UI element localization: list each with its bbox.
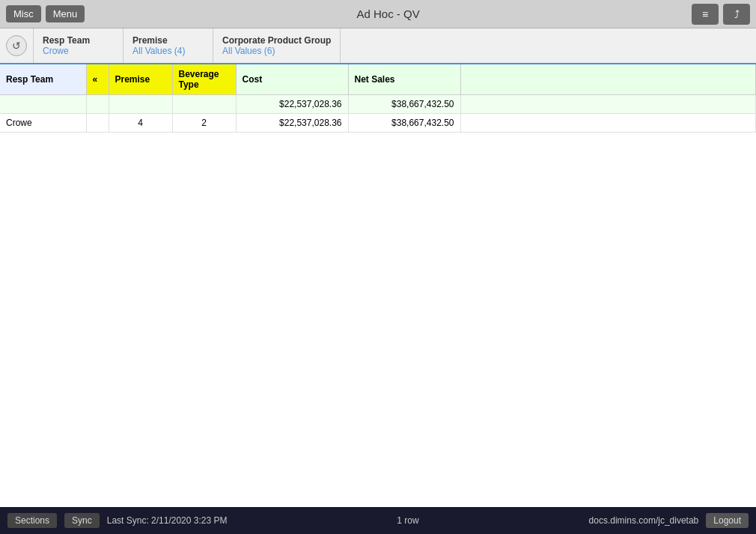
filter-corp-value: All Values (6) — [222, 46, 331, 56]
col-header-net-sales: Net Sales — [348, 64, 460, 95]
filter-premise-value: All Values (4) — [132, 46, 204, 56]
page-title: Ad Hoc - QV — [85, 7, 692, 20]
footer-url: docs.dimins.com/jc_divetab — [589, 515, 699, 526]
refresh-button[interactable]: ↺ — [6, 35, 27, 56]
bottom-bar: Sections Sync Last Sync: 2/11/2020 3:23 … — [0, 507, 756, 534]
filter-resp-team-label: Resp Team — [43, 35, 114, 46]
data-table: Resp Team « Premise Beverage Type Cost N… — [0, 64, 756, 133]
main-content: Resp Team « Premise Beverage Type Cost N… — [0, 64, 756, 507]
summary-resp-team — [0, 95, 86, 114]
filter-refresh: ↺ — [0, 28, 34, 63]
share-button[interactable]: ⤴ — [723, 4, 750, 25]
summary-chevron — [86, 95, 109, 114]
cell-chevron-0 — [86, 114, 109, 133]
menu-button[interactable]: Menu — [46, 5, 85, 22]
hamburger-icon: ≡ — [702, 8, 708, 20]
row-count: 1 row — [235, 515, 582, 526]
summary-empty — [460, 95, 756, 114]
summary-premise — [109, 95, 172, 114]
cell-empty-0 — [460, 114, 756, 133]
col-header-resp-team: Resp Team — [0, 64, 86, 95]
sync-button[interactable]: Sync — [64, 513, 100, 528]
summary-net-sales: $38,667,432.50 — [348, 95, 460, 114]
top-bar-right: ≡ ⤴ — [692, 4, 750, 25]
filter-premise[interactable]: Premise All Values (4) — [124, 28, 213, 63]
cell-beverage-0: 2 — [172, 114, 236, 133]
misc-button[interactable]: Misc — [6, 5, 41, 22]
cell-resp-team-0: Crowe — [0, 114, 86, 133]
summary-cost: $22,537,028.36 — [236, 95, 348, 114]
filter-resp-team[interactable]: Resp Team Crowe — [34, 28, 124, 63]
filter-bar: ↺ Resp Team Crowe Premise All Values (4)… — [0, 28, 756, 64]
filter-premise-label: Premise — [132, 35, 204, 46]
sections-button[interactable]: Sections — [7, 513, 57, 528]
last-sync-label: Last Sync: 2/11/2020 3:23 PM — [107, 515, 228, 526]
cell-net-sales-0: $38,667,432.50 — [348, 114, 460, 133]
summary-beverage — [172, 95, 236, 114]
summary-row: $22,537,028.36 $38,667,432.50 — [0, 95, 756, 114]
col-header-chevron[interactable]: « — [86, 64, 109, 95]
filter-corp-label: Corporate Product Group — [222, 35, 331, 46]
top-bar-left: Misc Menu — [6, 5, 85, 22]
share-icon: ⤴ — [734, 8, 740, 20]
logout-button[interactable]: Logout — [706, 513, 749, 528]
col-header-beverage-type: Beverage Type — [172, 64, 236, 95]
cell-premise-0: 4 — [109, 114, 172, 133]
col-header-empty — [460, 64, 756, 95]
filter-corp-product-group[interactable]: Corporate Product Group All Values (6) — [213, 28, 341, 63]
filter-resp-team-value: Crowe — [43, 46, 114, 56]
hamburger-button[interactable]: ≡ — [692, 4, 719, 25]
cell-cost-0: $22,537,028.36 — [236, 114, 348, 133]
col-header-cost: Cost — [236, 64, 348, 95]
table-row: Crowe 4 2 $22,537,028.36 $38,667,432.50 — [0, 114, 756, 133]
col-header-premise: Premise — [109, 64, 172, 95]
table-header-row: Resp Team « Premise Beverage Type Cost N… — [0, 64, 756, 95]
top-bar: Misc Menu Ad Hoc - QV ≡ ⤴ — [0, 0, 756, 28]
